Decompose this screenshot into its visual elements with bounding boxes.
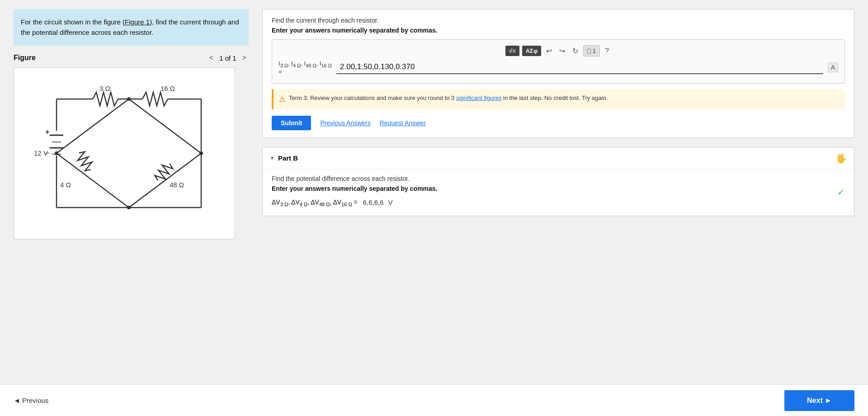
right-panel: Find the current through each resistor. …: [262, 9, 854, 375]
part-b-content: Find the potential difference across eac…: [263, 169, 854, 216]
svg-text:12 V: 12 V: [34, 149, 48, 157]
figure-prev-arrow[interactable]: <: [207, 53, 216, 63]
svg-point-25: [55, 151, 58, 155]
part-a-instruction1: Find the current through each resistor.: [272, 17, 845, 24]
part-a-unit: A: [828, 62, 838, 72]
svg-text:4 Ω: 4 Ω: [60, 181, 71, 189]
warning-icon: ⚠: [279, 94, 285, 105]
figure-nav-text: 1 of 1: [219, 54, 236, 62]
svg-line-14: [129, 99, 201, 153]
part-a-instruction2: Enter your answers numerically separated…: [272, 27, 845, 34]
left-panel: For the circuit shown in the figure (Fig…: [14, 9, 249, 375]
redo-button[interactable]: ↪: [557, 46, 567, 56]
hand-cursor-icon: 🖐: [835, 153, 847, 164]
part-a-toolbar: √= ΑΣφ ↩ ↪ ↻ ⎕ 1 ?: [278, 45, 838, 57]
part-a-section: Find the current through each resistor. …: [262, 9, 854, 138]
svg-text:48 Ω: 48 Ω: [170, 181, 184, 189]
previous-button-label: ◄ Previous: [14, 397, 48, 404]
description-text: For the circuit shown in the figure (Fig…: [21, 18, 239, 36]
symbol-button[interactable]: ΑΣφ: [522, 46, 542, 56]
svg-text:16 Ω: 16 Ω: [160, 85, 175, 92]
figure-label: Figure: [14, 54, 36, 62]
part-b-answer-unit: V: [388, 199, 393, 206]
undo-button[interactable]: ↩: [544, 46, 554, 56]
significant-figures-link[interactable]: significant figures: [456, 95, 501, 101]
svg-line-15: [129, 153, 201, 208]
checkmark-icon: ✓: [837, 187, 845, 198]
previous-answers-button[interactable]: Previous Answers: [320, 119, 370, 127]
next-button-label: Next ►: [807, 397, 832, 404]
part-b-header[interactable]: ▼ Part B 🖐: [263, 147, 854, 169]
svg-text:3 Ω: 3 Ω: [99, 85, 110, 92]
part-a-answer-label: I3 Ω, I4 Ω, I48 Ω, I16 Ω=: [278, 60, 332, 75]
figure-header: Figure < 1 of 1 >: [14, 53, 249, 63]
submit-button[interactable]: Submit: [272, 116, 311, 130]
part-a-submit-row: Submit Previous Answers Request Answer: [272, 116, 845, 130]
warning-text: Term 3: Review your calculations and mak…: [289, 94, 608, 103]
part-b-answer-value: 6,6,6,6: [363, 199, 384, 206]
circuit-svg: + −: [20, 72, 228, 235]
part-b-section: ▼ Part B 🖐 Find the potential difference…: [262, 147, 854, 217]
part-b-title: Part B: [278, 154, 298, 162]
part-a-answer-input-row: I3 Ω, I4 Ω, I48 Ω, I16 Ω= A: [278, 60, 838, 75]
part-a-answer-input[interactable]: [336, 61, 823, 74]
part-b-instruction1: Find the potential difference across eac…: [272, 175, 845, 182]
part-a-answer-box: √= ΑΣφ ↩ ↪ ↻ ⎕ 1 ? I3 Ω, I4 Ω, I48 Ω, I1…: [272, 39, 845, 84]
svg-point-24: [127, 206, 131, 209]
bottom-bar: ◄ Previous Next ►: [0, 384, 868, 416]
figure-link[interactable]: Figure 1: [125, 18, 150, 26]
figure-section: Figure < 1 of 1 >: [14, 53, 249, 239]
figure-nav: < 1 of 1 >: [207, 53, 249, 63]
problem-description: For the circuit shown in the figure (Fig…: [14, 9, 249, 46]
part-b-answer-label: ΔV3 Ω, ΔV4 Ω, ΔV48 Ω, ΔV16 Ω =: [272, 199, 358, 207]
svg-point-26: [199, 151, 203, 155]
svg-point-23: [127, 97, 131, 101]
part-b-instruction2: Enter your answers numerically separated…: [272, 185, 845, 192]
previous-button[interactable]: ◄ Previous: [14, 397, 48, 404]
request-answer-button[interactable]: Request Answer: [380, 119, 426, 127]
svg-line-13: [57, 99, 201, 208]
keyboard-button[interactable]: ⎕ 1: [583, 45, 600, 57]
figure-next-arrow[interactable]: >: [240, 53, 249, 63]
svg-line-16: [57, 99, 129, 153]
sqrt-button[interactable]: √=: [505, 46, 519, 56]
part-a-warning: ⚠ Term 3: Review your calculations and m…: [272, 89, 845, 109]
next-button[interactable]: Next ►: [784, 390, 854, 411]
svg-text:+: +: [45, 128, 49, 136]
help-button[interactable]: ?: [603, 46, 611, 56]
part-a-content: Find the current through each resistor. …: [263, 9, 854, 137]
part-b-answer-row: ΔV3 Ω, ΔV4 Ω, ΔV48 Ω, ΔV16 Ω = 6,6,6,6 V: [272, 199, 845, 207]
circuit-diagram: + −: [14, 67, 235, 239]
refresh-button[interactable]: ↻: [570, 46, 580, 56]
part-b-toggle-icon: ▼: [270, 156, 274, 161]
